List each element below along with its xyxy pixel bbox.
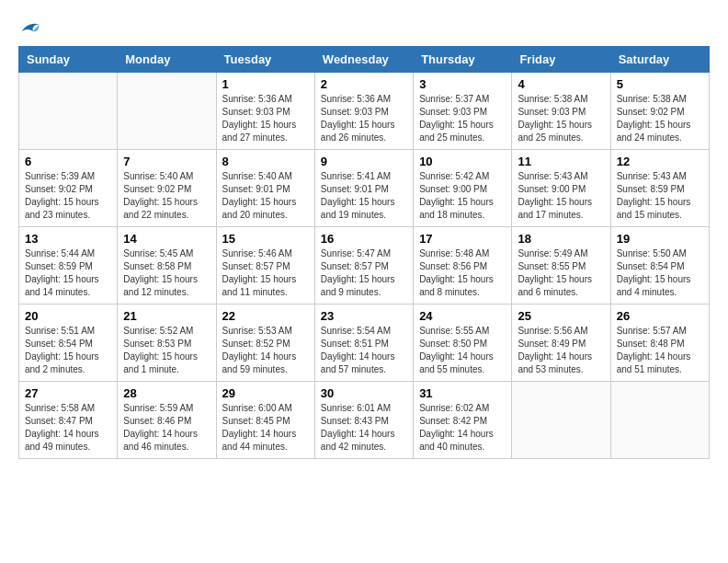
- calendar-header-monday: Monday: [118, 47, 216, 73]
- calendar-cell: 15Sunrise: 5:46 AM Sunset: 8:57 PM Dayli…: [216, 227, 314, 304]
- day-info: Sunrise: 5:43 AM Sunset: 8:59 PM Dayligh…: [617, 170, 703, 222]
- calendar-cell: 14Sunrise: 5:45 AM Sunset: 8:58 PM Dayli…: [118, 227, 216, 304]
- calendar-cell: 11Sunrise: 5:43 AM Sunset: 9:00 PM Dayli…: [512, 150, 610, 227]
- day-number: 21: [123, 309, 210, 323]
- day-info: Sunrise: 5:37 AM Sunset: 9:03 PM Dayligh…: [419, 93, 506, 144]
- day-number: 29: [222, 386, 309, 400]
- day-info: Sunrise: 5:58 AM Sunset: 8:47 PM Dayligh…: [25, 402, 111, 454]
- calendar-cell: [19, 73, 118, 150]
- calendar-cell: 18Sunrise: 5:49 AM Sunset: 8:55 PM Dayli…: [512, 227, 610, 304]
- day-info: Sunrise: 5:40 AM Sunset: 9:02 PM Dayligh…: [123, 170, 210, 222]
- day-info: Sunrise: 5:40 AM Sunset: 9:01 PM Dayligh…: [222, 170, 309, 222]
- calendar-cell: 30Sunrise: 6:01 AM Sunset: 8:43 PM Dayli…: [314, 382, 413, 459]
- day-info: Sunrise: 5:51 AM Sunset: 8:54 PM Dayligh…: [25, 325, 111, 376]
- day-info: Sunrise: 5:41 AM Sunset: 9:01 PM Dayligh…: [321, 170, 407, 222]
- page-header: [18, 18, 710, 37]
- day-info: Sunrise: 5:44 AM Sunset: 8:59 PM Dayligh…: [25, 247, 111, 299]
- day-info: Sunrise: 5:46 AM Sunset: 8:57 PM Dayligh…: [222, 247, 309, 299]
- day-info: Sunrise: 5:47 AM Sunset: 8:57 PM Dayligh…: [321, 247, 407, 299]
- calendar-header-row: SundayMondayTuesdayWednesdayThursdayFrid…: [19, 47, 710, 73]
- calendar-header-sunday: Sunday: [19, 47, 118, 73]
- day-info: Sunrise: 5:55 AM Sunset: 8:50 PM Dayligh…: [419, 325, 506, 376]
- day-number: 26: [617, 309, 703, 323]
- day-number: 10: [419, 155, 506, 168]
- calendar-cell: 22Sunrise: 5:53 AM Sunset: 8:52 PM Dayli…: [216, 304, 314, 382]
- calendar-cell: [118, 73, 216, 150]
- calendar-cell: 9Sunrise: 5:41 AM Sunset: 9:01 PM Daylig…: [314, 150, 413, 227]
- day-number: 13: [25, 232, 111, 246]
- day-number: 8: [222, 155, 309, 168]
- day-number: 31: [419, 386, 506, 400]
- day-info: Sunrise: 6:01 AM Sunset: 8:43 PM Dayligh…: [321, 402, 407, 454]
- day-info: Sunrise: 5:38 AM Sunset: 9:02 PM Dayligh…: [617, 93, 703, 144]
- day-info: Sunrise: 5:59 AM Sunset: 8:46 PM Dayligh…: [123, 402, 210, 454]
- day-info: Sunrise: 5:53 AM Sunset: 8:52 PM Dayligh…: [222, 325, 309, 376]
- day-number: 27: [25, 386, 111, 400]
- day-info: Sunrise: 5:43 AM Sunset: 9:00 PM Dayligh…: [518, 170, 604, 222]
- day-number: 1: [222, 77, 309, 91]
- week-row-5: 27Sunrise: 5:58 AM Sunset: 8:47 PM Dayli…: [19, 382, 710, 459]
- calendar-header-saturday: Saturday: [610, 47, 709, 73]
- day-number: 17: [419, 232, 506, 246]
- day-info: Sunrise: 5:42 AM Sunset: 9:00 PM Dayligh…: [419, 170, 506, 222]
- day-number: 9: [321, 155, 407, 168]
- week-row-3: 13Sunrise: 5:44 AM Sunset: 8:59 PM Dayli…: [19, 227, 710, 304]
- day-number: 19: [617, 232, 703, 246]
- day-number: 6: [25, 155, 111, 168]
- calendar-cell: 25Sunrise: 5:56 AM Sunset: 8:49 PM Dayli…: [512, 304, 610, 382]
- calendar-cell: 23Sunrise: 5:54 AM Sunset: 8:51 PM Dayli…: [314, 304, 413, 382]
- day-info: Sunrise: 5:38 AM Sunset: 9:03 PM Dayligh…: [518, 93, 604, 144]
- day-info: Sunrise: 5:48 AM Sunset: 8:56 PM Dayligh…: [419, 247, 506, 299]
- calendar-cell: 28Sunrise: 5:59 AM Sunset: 8:46 PM Dayli…: [118, 382, 216, 459]
- calendar-cell: [512, 382, 610, 459]
- day-number: 2: [321, 77, 407, 91]
- calendar-cell: 1Sunrise: 5:36 AM Sunset: 9:03 PM Daylig…: [216, 73, 314, 150]
- day-number: 22: [222, 309, 309, 323]
- calendar-cell: 6Sunrise: 5:39 AM Sunset: 9:02 PM Daylig…: [19, 150, 118, 227]
- calendar-cell: 10Sunrise: 5:42 AM Sunset: 9:00 PM Dayli…: [414, 150, 512, 227]
- calendar-cell: 5Sunrise: 5:38 AM Sunset: 9:02 PM Daylig…: [610, 73, 709, 150]
- calendar-cell: 2Sunrise: 5:36 AM Sunset: 9:03 PM Daylig…: [314, 73, 413, 150]
- day-number: 11: [518, 155, 604, 168]
- day-number: 3: [419, 77, 506, 91]
- calendar-cell: 13Sunrise: 5:44 AM Sunset: 8:59 PM Dayli…: [19, 227, 118, 304]
- calendar-cell: 27Sunrise: 5:58 AM Sunset: 8:47 PM Dayli…: [19, 382, 118, 459]
- day-info: Sunrise: 5:50 AM Sunset: 8:54 PM Dayligh…: [617, 247, 703, 299]
- day-info: Sunrise: 6:02 AM Sunset: 8:42 PM Dayligh…: [419, 402, 506, 454]
- day-number: 30: [321, 386, 407, 400]
- day-info: Sunrise: 5:54 AM Sunset: 8:51 PM Dayligh…: [321, 325, 407, 376]
- day-number: 5: [617, 77, 703, 91]
- day-number: 20: [25, 309, 111, 323]
- day-info: Sunrise: 5:45 AM Sunset: 8:58 PM Dayligh…: [123, 247, 210, 299]
- week-row-1: 1Sunrise: 5:36 AM Sunset: 9:03 PM Daylig…: [19, 73, 710, 150]
- logo-bird-icon: [18, 18, 40, 37]
- calendar-cell: 12Sunrise: 5:43 AM Sunset: 8:59 PM Dayli…: [610, 150, 709, 227]
- day-info: Sunrise: 5:49 AM Sunset: 8:55 PM Dayligh…: [518, 247, 604, 299]
- day-number: 24: [419, 309, 506, 323]
- calendar-cell: 3Sunrise: 5:37 AM Sunset: 9:03 PM Daylig…: [414, 73, 512, 150]
- week-row-4: 20Sunrise: 5:51 AM Sunset: 8:54 PM Dayli…: [19, 304, 710, 382]
- calendar-cell: 20Sunrise: 5:51 AM Sunset: 8:54 PM Dayli…: [19, 304, 118, 382]
- calendar-cell: [610, 382, 709, 459]
- day-number: 18: [518, 232, 604, 246]
- calendar-cell: 21Sunrise: 5:52 AM Sunset: 8:53 PM Dayli…: [118, 304, 216, 382]
- calendar-header-tuesday: Tuesday: [216, 47, 314, 73]
- day-info: Sunrise: 6:00 AM Sunset: 8:45 PM Dayligh…: [222, 402, 309, 454]
- day-info: Sunrise: 5:56 AM Sunset: 8:49 PM Dayligh…: [518, 325, 604, 376]
- calendar-cell: 17Sunrise: 5:48 AM Sunset: 8:56 PM Dayli…: [414, 227, 512, 304]
- calendar-table: SundayMondayTuesdayWednesdayThursdayFrid…: [18, 46, 710, 459]
- calendar-cell: 31Sunrise: 6:02 AM Sunset: 8:42 PM Dayli…: [414, 382, 512, 459]
- calendar-cell: 4Sunrise: 5:38 AM Sunset: 9:03 PM Daylig…: [512, 73, 610, 150]
- day-number: 4: [518, 77, 604, 91]
- calendar-cell: 7Sunrise: 5:40 AM Sunset: 9:02 PM Daylig…: [118, 150, 216, 227]
- calendar-cell: 29Sunrise: 6:00 AM Sunset: 8:45 PM Dayli…: [216, 382, 314, 459]
- calendar-cell: 26Sunrise: 5:57 AM Sunset: 8:48 PM Dayli…: [610, 304, 709, 382]
- day-info: Sunrise: 5:36 AM Sunset: 9:03 PM Dayligh…: [321, 93, 407, 144]
- calendar-header-friday: Friday: [512, 47, 610, 73]
- logo: [18, 18, 44, 37]
- day-number: 16: [321, 232, 407, 246]
- calendar-cell: 19Sunrise: 5:50 AM Sunset: 8:54 PM Dayli…: [610, 227, 709, 304]
- day-number: 7: [123, 155, 210, 168]
- day-info: Sunrise: 5:52 AM Sunset: 8:53 PM Dayligh…: [123, 325, 210, 376]
- day-info: Sunrise: 5:36 AM Sunset: 9:03 PM Dayligh…: [222, 93, 309, 144]
